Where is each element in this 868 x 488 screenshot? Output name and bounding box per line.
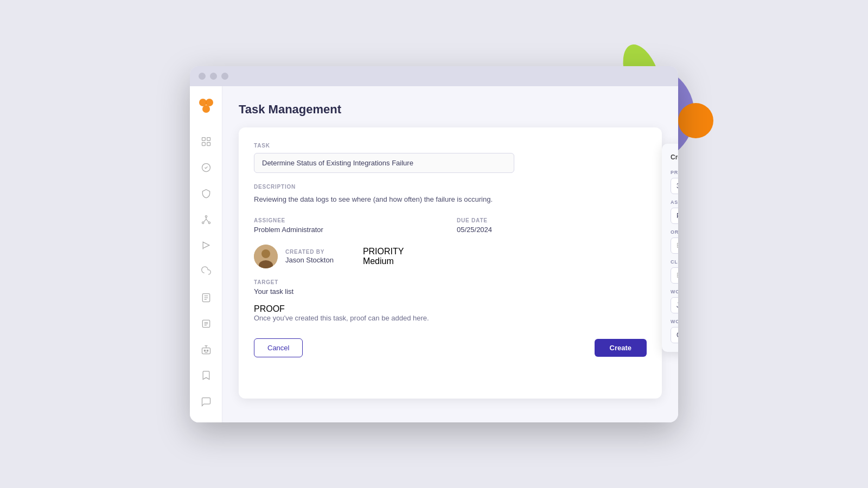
priority-field-value: Medium bbox=[363, 256, 404, 266]
browser-dot-yellow bbox=[210, 73, 217, 80]
due-date-value: 05/25/2024 bbox=[457, 226, 647, 234]
priority-select[interactable]: 3 - Moderate 1 - Critical 2 - High 4 - L… bbox=[671, 178, 678, 194]
svg-rect-3 bbox=[202, 137, 205, 140]
meta-grid: ASSIGNEE Problem Administrator DUE DATE … bbox=[254, 217, 647, 234]
svg-point-15 bbox=[207, 350, 208, 351]
order-panel-label: ORDER bbox=[671, 229, 678, 235]
app-logo bbox=[197, 97, 215, 117]
page-title: Task Management bbox=[239, 102, 662, 117]
chat-icon[interactable] bbox=[200, 395, 213, 408]
cloud-icon[interactable] bbox=[200, 265, 213, 278]
report-icon[interactable] bbox=[200, 291, 213, 304]
proof-text: Once you've created this task, proof can… bbox=[254, 314, 647, 322]
bookmark-icon[interactable] bbox=[200, 369, 213, 382]
due-date-item: DUE DATE 05/25/2024 bbox=[457, 217, 647, 234]
flag-icon[interactable] bbox=[200, 239, 213, 252]
main-content: Task Management TASK DESCRIPTION Reviewi… bbox=[222, 86, 678, 422]
svg-point-1 bbox=[206, 99, 213, 106]
order-input[interactable] bbox=[671, 237, 678, 254]
proof-section: PROOF Once you've created this task, pro… bbox=[254, 304, 647, 322]
decorative-orange-circle bbox=[678, 103, 713, 138]
task-card: TASK DESCRIPTION Reviewing the data logs… bbox=[239, 127, 662, 399]
browser-dot-green bbox=[221, 73, 228, 80]
cancel-button[interactable]: Cancel bbox=[254, 338, 303, 357]
dashboard-icon[interactable] bbox=[200, 135, 213, 148]
target-value: Your task list bbox=[254, 287, 647, 296]
assignee-label: ASSIGNEE bbox=[254, 217, 444, 223]
assignment-group-select[interactable]: Problem Analyzers bbox=[671, 208, 678, 224]
creator-info: CREATED BY Jason Stockton bbox=[285, 249, 334, 264]
network-icon[interactable] bbox=[200, 213, 213, 226]
create-button[interactable]: Create bbox=[595, 339, 647, 357]
browser-dot-red bbox=[199, 73, 206, 80]
creator-row: CREATED BY Jason Stockton PRIORITY Mediu… bbox=[254, 245, 647, 268]
browser-window: Task Management TASK DESCRIPTION Reviewi… bbox=[190, 66, 678, 422]
svg-rect-5 bbox=[202, 142, 205, 145]
close-notes-input[interactable] bbox=[671, 267, 678, 284]
svg-rect-4 bbox=[207, 137, 210, 140]
task-input[interactable] bbox=[254, 153, 514, 173]
work-notes-list-select[interactable]: Jacob Wellington bbox=[671, 297, 678, 313]
tasks-icon[interactable] bbox=[200, 161, 213, 174]
sidebar bbox=[190, 86, 222, 422]
assignee-item: ASSIGNEE Problem Administrator bbox=[254, 217, 444, 234]
work-notes-panel-label: WORK NOTES bbox=[671, 319, 678, 324]
card-footer: Cancel Create bbox=[254, 338, 647, 357]
proof-label: PROOF bbox=[254, 304, 647, 314]
created-by-value: Jason Stockton bbox=[285, 256, 334, 264]
svg-point-9 bbox=[202, 222, 203, 223]
avatar bbox=[254, 245, 278, 268]
description-field-label: DESCRIPTION bbox=[254, 184, 647, 190]
svg-point-0 bbox=[199, 99, 207, 106]
svg-point-8 bbox=[205, 215, 207, 217]
close-notes-panel-label: CLOSE NOTES bbox=[671, 259, 678, 265]
browser-titlebar bbox=[190, 66, 678, 86]
due-date-label: DUE DATE bbox=[457, 217, 647, 223]
target-item: TARGET Your task list bbox=[254, 279, 647, 296]
assignment-group-panel-label: ASSIGNMENT GROUP bbox=[671, 200, 678, 205]
svg-point-14 bbox=[204, 350, 206, 351]
description-text: Reviewing the data logs to see where (an… bbox=[254, 194, 647, 205]
svg-point-17 bbox=[261, 249, 270, 258]
created-by-label: CREATED BY bbox=[285, 249, 334, 255]
work-notes-list-panel-label: WORK NOTES LIST bbox=[671, 289, 678, 294]
panel-header: Create Task servicenow bbox=[671, 152, 678, 162]
svg-point-2 bbox=[202, 105, 210, 113]
work-notes-select[interactable]: Get investigation underway bbox=[671, 327, 678, 343]
target-label: TARGET bbox=[254, 279, 647, 285]
svg-rect-6 bbox=[207, 142, 210, 145]
priority-panel-label: PRIORITY bbox=[671, 170, 678, 175]
svg-point-10 bbox=[208, 222, 210, 223]
priority-field-label: PRIORITY bbox=[363, 247, 404, 256]
list-icon[interactable] bbox=[200, 317, 213, 330]
browser-content: Task Management TASK DESCRIPTION Reviewi… bbox=[190, 86, 678, 422]
bot-icon[interactable] bbox=[200, 343, 213, 356]
svg-rect-13 bbox=[202, 348, 210, 354]
assignee-value: Problem Administrator bbox=[254, 226, 444, 234]
security-icon[interactable] bbox=[200, 187, 213, 200]
task-field-label: TASK bbox=[254, 143, 647, 149]
create-task-label: Create Task bbox=[671, 153, 678, 161]
servicenow-panel: Create Task servicenow PRIORITY 3 - Mo bbox=[662, 144, 678, 352]
